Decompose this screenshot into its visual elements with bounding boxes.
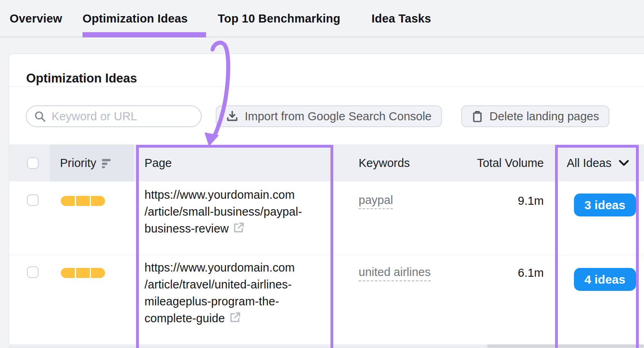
sort-desc-icon bbox=[102, 158, 111, 168]
keyword-link[interactable]: united airlines bbox=[359, 266, 431, 281]
chevron-down-icon bbox=[619, 160, 629, 167]
ideas-count-button[interactable]: 3 ideas bbox=[574, 194, 636, 216]
horizontal-scrollbar bbox=[9, 344, 644, 348]
page-url: https://www.yourdomain.com /article/trav… bbox=[144, 259, 295, 328]
keyword-link[interactable]: paypal bbox=[359, 194, 393, 209]
table-header-row: Priority Page Keywords Total Volume All … bbox=[9, 144, 644, 181]
tab-optimization-ideas[interactable]: Optimization Ideas bbox=[83, 12, 188, 25]
select-all-checkbox[interactable] bbox=[27, 144, 39, 181]
trash-icon bbox=[472, 110, 483, 122]
row-checkbox[interactable] bbox=[27, 194, 39, 206]
priority-indicator bbox=[61, 196, 105, 206]
import-gsc-button[interactable]: Import from Google Search Console bbox=[216, 105, 442, 127]
search-input[interactable] bbox=[26, 105, 202, 127]
delete-landing-pages-button[interactable]: Delete landing pages bbox=[461, 105, 609, 127]
column-header-priority[interactable]: Priority bbox=[60, 144, 111, 181]
external-link-icon[interactable] bbox=[229, 311, 241, 328]
external-link-icon[interactable] bbox=[233, 221, 245, 238]
ideas-filter-dropdown[interactable]: All Ideas bbox=[567, 144, 629, 181]
table-row: https://www.yourdomain.com /article/trav… bbox=[9, 255, 644, 345]
import-gsc-label: Import from Google Search Console bbox=[245, 110, 431, 123]
table-row: https://www.yourdomain.com /article/smal… bbox=[9, 181, 644, 255]
column-header-keywords: Keywords bbox=[359, 144, 410, 181]
active-tab-underline-annotation bbox=[83, 32, 206, 37]
divider bbox=[9, 86, 644, 87]
search-icon bbox=[34, 110, 46, 122]
total-volume-value: 6.1m bbox=[463, 266, 544, 280]
panel-title: Optimization Ideas bbox=[26, 71, 137, 86]
optimization-ideas-panel: Optimization Ideas Import from Google Se… bbox=[9, 54, 644, 348]
delete-landing-pages-label: Delete landing pages bbox=[489, 110, 599, 123]
ideas-count-button[interactable]: 4 ideas bbox=[574, 268, 636, 291]
priority-indicator bbox=[61, 268, 105, 278]
row-checkbox[interactable] bbox=[27, 266, 39, 278]
ideas-filter-label: All Ideas bbox=[567, 156, 611, 170]
tab-overview[interactable]: Overview bbox=[10, 12, 62, 25]
total-volume-value: 9.1m bbox=[463, 194, 544, 208]
tab-idea-tasks[interactable]: Idea Tasks bbox=[372, 12, 431, 25]
tab-top10-benchmarking[interactable]: Top 10 Benchmarking bbox=[218, 12, 341, 25]
priority-header-label: Priority bbox=[60, 156, 96, 170]
column-header-page: Page bbox=[144, 144, 172, 181]
scrollbar-thumb[interactable] bbox=[487, 344, 644, 348]
page-url: https://www.yourdomain.com /article/smal… bbox=[144, 186, 302, 238]
column-header-total-volume: Total Volume bbox=[463, 144, 544, 181]
download-icon bbox=[226, 110, 238, 122]
tab-bar: Overview Optimization Ideas Top 10 Bench… bbox=[0, 0, 644, 37]
search-field[interactable] bbox=[51, 109, 194, 124]
